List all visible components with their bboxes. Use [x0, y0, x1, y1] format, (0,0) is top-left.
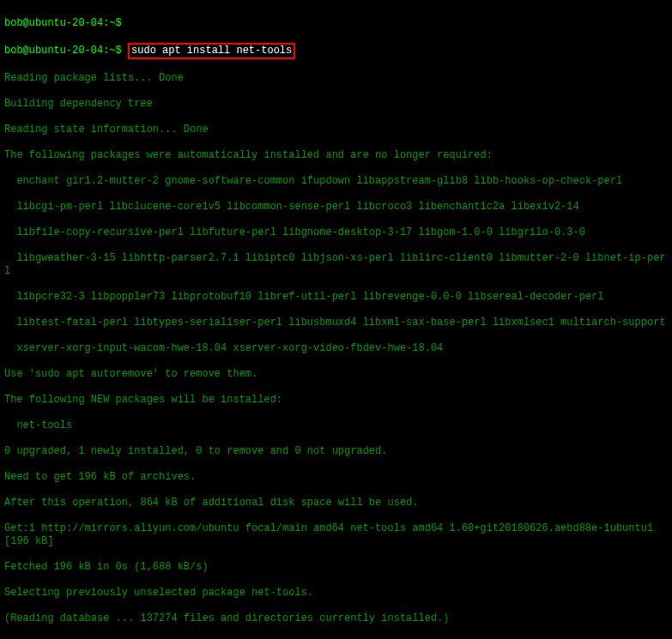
apt-output-line: Fetched 196 kB in 0s (1,688 kB/s) — [4, 561, 668, 574]
prompt-line-2: bob@ubuntu-20-04:~$ — [4, 45, 128, 57]
apt-output-line: libtest-fatal-perl libtypes-serialiser-p… — [4, 316, 668, 329]
apt-output-line: 0 upgraded, 1 newly installed, 0 to remo… — [4, 445, 668, 458]
apt-output-line: Get:1 http://mirrors.aliyun.com/ubuntu f… — [4, 522, 668, 548]
apt-output-line: After this operation, 864 kB of addition… — [4, 497, 668, 509]
apt-output-line: net-tools — [4, 419, 668, 432]
apt-output-line: The following NEW packages will be insta… — [4, 394, 668, 407]
apt-output-line: Reading state information... Done — [4, 124, 668, 136]
apt-output-line: Reading package lists... Done — [4, 72, 668, 85]
apt-output-line: libcgi-pm-perl libclucene-core1v5 libcom… — [4, 201, 668, 214]
terminal[interactable]: bob@ubuntu-20-04:~$ bob@ubuntu-20-04:~$ … — [4, 4, 668, 639]
prompt-line-1: bob@ubuntu-20-04:~$ — [4, 17, 128, 29]
apt-output-line: libpcre32-3 libpoppler73 libprotobuf10 l… — [4, 291, 668, 304]
apt-output-line: Selecting previously unselected package … — [4, 587, 668, 600]
apt-output-line: (Reading database ... 137274 files and d… — [4, 612, 668, 625]
apt-output-line: Building dependency tree — [4, 98, 668, 111]
apt-output-line: Use 'sudo apt autoremove' to remove them… — [4, 368, 668, 381]
command-install: sudo apt install net-tools — [128, 43, 295, 59]
apt-output-line: libgweather-3-15 libhttp-parser2.7.1 lib… — [4, 252, 668, 278]
apt-output-line: libfile-copy-recursive-perl libfuture-pe… — [4, 226, 668, 239]
apt-output-line: enchant gir1.2-mutter-2 gnome-software-c… — [4, 175, 668, 188]
apt-output-line: xserver-xorg-input-wacom-hwe-18.04 xserv… — [4, 342, 668, 355]
apt-output-line: Need to get 196 kB of archives. — [4, 471, 668, 484]
apt-output-line: The following packages were automaticall… — [4, 149, 668, 162]
